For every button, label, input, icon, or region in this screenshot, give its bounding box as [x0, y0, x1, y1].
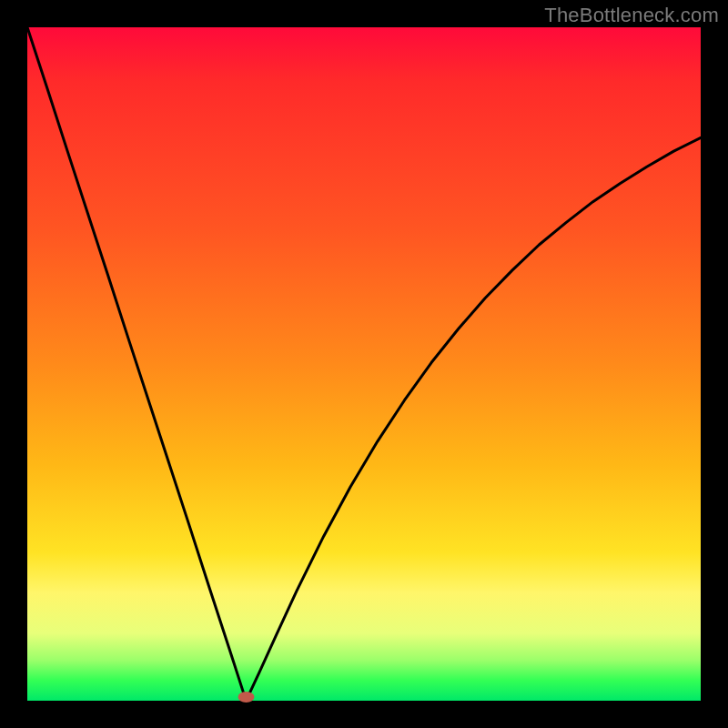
- watermark-text: TheBottleneck.com: [544, 4, 719, 27]
- chart-frame: TheBottleneck.com: [0, 0, 728, 728]
- notch-marker: [238, 692, 255, 703]
- bottleneck-curve: [27, 27, 701, 701]
- plot-area: [27, 27, 701, 701]
